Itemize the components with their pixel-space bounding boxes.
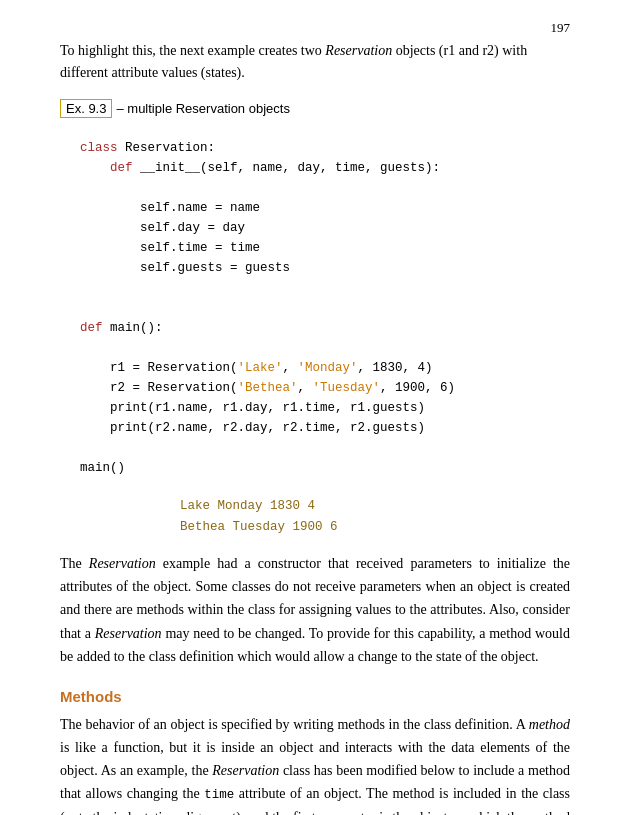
- body1-part1: The: [60, 556, 82, 571]
- methods-heading: Methods: [60, 688, 570, 705]
- code-line-9: r1 = Reservation('Lake', 'Monday', 1830,…: [80, 358, 550, 378]
- page: 197 To highlight this, the next example …: [0, 0, 630, 815]
- code-line-3: [80, 178, 550, 198]
- code-line-5: self.day = day: [80, 218, 550, 238]
- code-line-13: main(): [80, 458, 550, 478]
- output-line-2: Bethea Tuesday 1900 6: [180, 517, 570, 538]
- code-line-blank2: [80, 298, 550, 318]
- output-block: Lake Monday 1830 4 Bethea Tuesday 1900 6: [60, 492, 570, 543]
- body1-italic: Reservation: [89, 556, 156, 571]
- example-label: Ex. 9.3 – multiple Reservation objects: [60, 99, 570, 118]
- body2-italic: method: [529, 717, 570, 732]
- code-line-blank3: [80, 338, 550, 358]
- code-line-6: self.time = time: [80, 238, 550, 258]
- code-line-8: def main():: [80, 318, 550, 338]
- body2-italic2: Reservation: [212, 763, 279, 778]
- body-paragraph-2: The behavior of an object is specified b…: [60, 713, 570, 815]
- example-label-text: – multiple Reservation objects: [116, 101, 289, 116]
- code-line-2: def __init__(self, name, day, time, gues…: [80, 158, 550, 178]
- body-paragraph-1: The Reservation example had a constructo…: [60, 552, 570, 667]
- code-line-12: print(r2.name, r2.day, r2.time, r2.guest…: [80, 418, 550, 438]
- intro-italic: Reservation: [325, 43, 392, 58]
- code-line-blank4: [80, 438, 550, 458]
- code-block: class Reservation: def __init__(self, na…: [60, 128, 570, 488]
- example-box: Ex. 9.3: [60, 99, 112, 118]
- body1-italic2: Reservation: [95, 626, 162, 641]
- body2-part1: The behavior of an object is specified b…: [60, 717, 525, 732]
- code-line-1: class Reservation:: [80, 138, 550, 158]
- code-line-4: self.name = name: [80, 198, 550, 218]
- code-line-blank1: [80, 278, 550, 298]
- code-line-10: r2 = Reservation('Bethea', 'Tuesday', 19…: [80, 378, 550, 398]
- page-number: 197: [551, 20, 571, 36]
- body2-code: time: [204, 788, 234, 802]
- intro-text-1: To highlight this, the next example crea…: [60, 43, 322, 58]
- intro-paragraph: To highlight this, the next example crea…: [60, 40, 570, 85]
- code-line-11: print(r1.name, r1.day, r1.time, r1.guest…: [80, 398, 550, 418]
- output-line-1: Lake Monday 1830 4: [180, 496, 570, 517]
- code-line-7: self.guests = guests: [80, 258, 550, 278]
